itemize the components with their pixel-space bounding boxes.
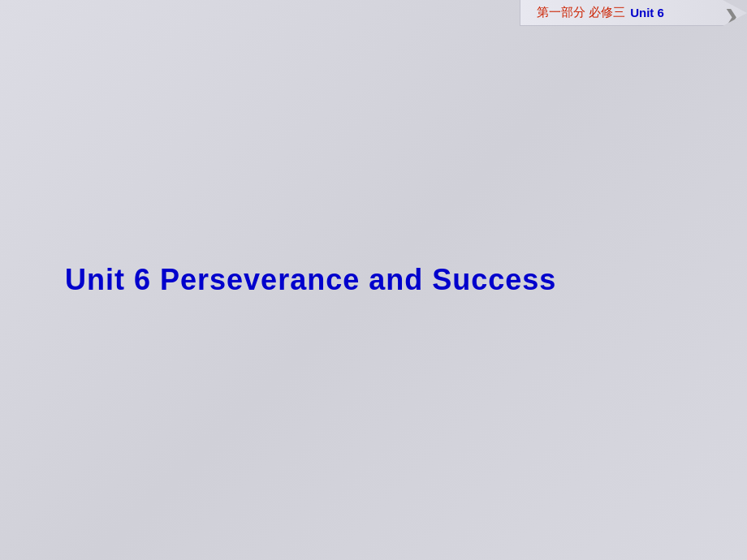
header-unit-label: Unit 6 [630,6,664,19]
slide-container: 第一部分 必修三 Unit 6 Unit 6 Perseverance and … [0,0,747,560]
chevron-right-icon [715,0,747,32]
main-title: Unit 6 Perseverance and Success [65,263,556,297]
header-tab: 第一部分 必修三 Unit 6 [520,0,747,26]
header-part-label: 第一部分 必修三 [537,5,625,20]
